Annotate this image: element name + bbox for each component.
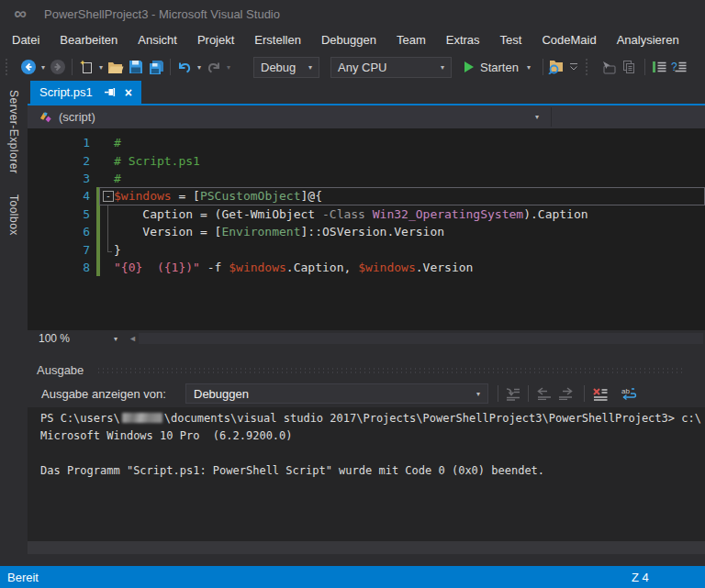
output-line-1: PS C:\users\\documents\visual studio 201… [40,412,705,429]
chevron-down-icon: ▾ [308,63,312,72]
pointer-select-button[interactable] [599,57,619,77]
previous-message-button[interactable] [532,383,554,404]
svg-text:ab: ab [621,387,630,395]
menu-item-test[interactable]: Test [490,28,532,53]
indent-lines-button[interactable] [649,57,669,77]
code-line-7[interactable]: 7} [28,240,705,258]
code-line-3[interactable]: 3# [28,170,705,187]
menu-item-extras[interactable]: Extras [436,28,490,53]
navigate-backward-button[interactable] [18,57,39,77]
copy-document-icon [621,60,636,74]
copy-document-button[interactable] [619,57,639,77]
token-type: PSCustomObject [200,189,301,203]
collapse-minus-icon[interactable]: - [103,191,114,202]
code-text: # Script.ps1 [114,154,200,168]
start-debugging-button[interactable]: Starten ▾ [464,61,533,74]
output-text-area[interactable]: PS C:\users\\documents\visual studio 201… [28,407,705,541]
menu-item-erstellen[interactable]: Erstellen [244,28,311,53]
toggle-word-wrap-button[interactable]: ab [618,383,640,404]
token-plain: ).Caption [523,207,588,221]
code-line-2[interactable]: 2# Script.ps1 [28,151,705,169]
menu-item-debuggen[interactable]: Debuggen [311,28,386,53]
redo-dropdown-caret[interactable]: ▾ [224,63,233,72]
fold-margin[interactable]: - [103,187,114,205]
code-text: # [114,136,121,150]
menu-item-datei[interactable]: Datei [2,28,50,53]
token-variable: $windows [229,261,286,274]
menu-item-ansicht[interactable]: Ansicht [128,28,187,53]
menu-item-bearbeiten[interactable]: Bearbeiten [50,28,128,53]
question-lines-button[interactable]: ? [669,57,689,77]
undo-button[interactable] [174,57,195,77]
change-tracking-bar [96,205,100,223]
code-line-8[interactable]: 8"{0} ({1})" -f $windows.Caption, $windo… [28,259,705,276]
clear-all-output-button[interactable] [588,383,610,404]
scroll-left-button[interactable]: ◄ [129,334,137,343]
censored-username [122,413,162,423]
chevron-down-icon: ▾ [441,63,444,72]
solution-configuration-dropdown[interactable]: Debug ▾ [253,57,319,78]
line-number: 5 [28,207,92,221]
title-bar: ∞ PowerShellProject3 - Microsoft Visual … [0,0,705,28]
sidebar-tab-toolbox[interactable]: Toolbox [7,194,20,236]
fold-margin [103,170,114,187]
code-line-1[interactable]: 1# [28,134,705,151]
visual-studio-window: ∞ PowerShellProject3 - Microsoft Visual … [0,0,705,588]
pin-icon[interactable] [104,87,116,97]
undo-dropdown-caret[interactable]: ▾ [195,63,204,72]
line-number: 4 [28,189,92,203]
new-project-dropdown-caret[interactable]: ▾ [96,63,106,72]
token-variable: $windows [114,189,172,203]
token-plain: ]::OSVersion.Version [301,225,445,239]
green-lines-icon [652,61,666,73]
menu-item-analysieren[interactable]: Analysieren [607,28,689,53]
token-comment: # [114,172,121,185]
new-project-button[interactable] [76,57,96,77]
navigate-forward-button[interactable] [48,57,68,77]
output-source-dropdown[interactable]: Debuggen ▾ [185,383,488,404]
output-text-segment: \documents\visual studio 2017\Projects\P… [164,412,701,425]
menu-item-team[interactable]: Team [386,28,436,53]
goto-message-button[interactable] [502,383,524,404]
open-file-button[interactable] [106,57,126,77]
menu-item-codemaid[interactable]: CodeMaid [532,28,606,53]
code-line-6[interactable]: 6 Version = [Environment]::OSVersion.Ver… [28,223,705,240]
line-number: 3 [28,172,92,185]
back-dropdown-caret[interactable]: ▾ [39,63,48,72]
output-toolbar: Ausgabe anzeigen von: Debuggen ▾ [28,380,705,407]
menu-bar: DateiBearbeitenAnsichtProjektErstellenDe… [0,28,705,53]
menu-item-projekt[interactable]: Projekt [187,28,244,53]
change-tracking-bar [96,223,100,240]
save-button[interactable] [126,57,146,77]
tab-script-ps1[interactable]: Script.ps1 × [30,81,141,104]
output-horizontal-scrollbar[interactable] [28,541,705,554]
find-in-files-button[interactable] [547,57,567,77]
close-icon[interactable]: × [125,86,132,99]
redo-button[interactable] [204,57,224,77]
scope-dropdown-value[interactable]: (script) [59,110,95,124]
solution-platform-dropdown[interactable]: Any CPU ▾ [330,57,452,78]
zoom-level-dropdown[interactable]: 100 % ▾ [35,332,121,345]
scope-dropdown-caret[interactable]: ▾ [535,113,539,121]
undo-arrow-icon [176,60,193,74]
sidebar-tab-server-explorer[interactable]: Server-Explorer [7,90,20,174]
open-folder-icon [107,61,124,74]
change-tracking-bar [96,259,100,276]
fold-margin [103,240,114,258]
new-file-icon [79,60,94,74]
code-line-4[interactable]: 4-$windows = [PSCustomObject]@{ [28,187,705,205]
toolbar-grip[interactable] [6,59,15,75]
code-editor[interactable]: 1#2# Script.ps13#4-$windows = [PSCustomO… [28,128,705,330]
fold-margin [103,151,114,169]
token-plain: ]@{ [301,189,322,203]
save-all-button[interactable] [146,57,166,77]
output-panel-header[interactable]: Ausgabe [28,360,705,380]
toolbar-overflow-button[interactable] [567,57,580,77]
panel-drag-hatch[interactable] [96,367,685,375]
code-text: Version = [Environment]::OSVersion.Versi… [114,225,444,239]
next-message-button[interactable] [554,383,576,404]
horizontal-scrollbar[interactable] [139,333,703,344]
chevron-down-icon: ▾ [476,390,480,398]
change-tracking-bar [96,240,100,258]
code-line-5[interactable]: 5 Caption = (Get-WmiObject -Class Win32_… [28,205,705,223]
